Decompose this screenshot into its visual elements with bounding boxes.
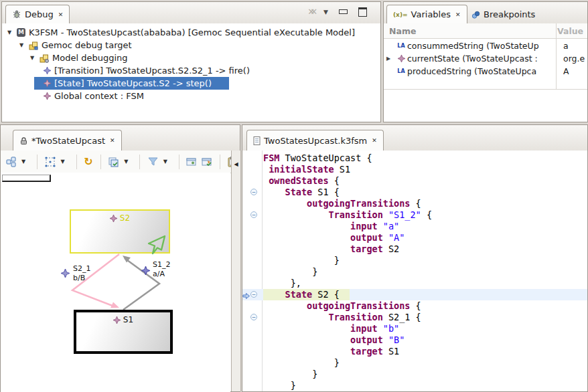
editor-tabstrip: TwoStatesUpcast.k3fsm ✕ — [242, 125, 587, 151]
variable-row[interactable]: ▶currentState (TwoStateUpcast :org.e — [384, 52, 587, 65]
code-line[interactable]: target S1 — [242, 346, 587, 357]
state-diamond-icon — [110, 215, 117, 222]
layers-icon[interactable] — [108, 155, 119, 169]
state-diamond-icon — [44, 80, 51, 87]
debug-tree-row[interactable]: [Transition] TwoStateUpcast.S2.S2_1 -> f… — [2, 64, 380, 77]
diagram-canvas[interactable]: S2 S1 S2_1 b/B — [1, 173, 230, 392]
variable-name: currentState (TwoStateUpcast : — [407, 54, 554, 64]
debug-tree-area: ▼MK3FSM - TwoStatesUpcast(abababa) [Gemo… — [2, 23, 380, 122]
close-icon[interactable]: ✕ — [454, 11, 461, 18]
dropdown-icon[interactable]: ▼ — [61, 155, 69, 169]
string-variable-icon: LA — [395, 67, 407, 76]
dropdown-icon[interactable]: ▼ — [21, 155, 29, 169]
code-line[interactable]: − State S1 { — [242, 187, 587, 198]
remove-all-terminated-icon[interactable]: ✕✕ — [307, 7, 313, 17]
expander-icon[interactable]: ▶ — [386, 56, 395, 62]
tab-k3fsm-file[interactable]: TwoStatesUpcast.k3fsm ✕ — [246, 130, 384, 151]
code-line[interactable]: − Transition "S1_2" { — [242, 209, 587, 221]
debug-tree-row[interactable]: ▼Gemoc debug target — [2, 39, 380, 52]
tab-k3fsm-label: TwoStatesUpcast.k3fsm — [264, 136, 367, 146]
debug-tree-row[interactable]: ▼MK3FSM - TwoStatesUpcast(abababa) [Gemo… — [2, 26, 380, 39]
code-line[interactable]: outgoingTransitions { — [242, 300, 587, 312]
tab-diagram[interactable]: *TwoStateUpcast ✕ — [13, 130, 122, 151]
export-image-icon[interactable] — [186, 155, 197, 169]
variables-tabstrip: (x)= Variables ✕ Breakpoints — [384, 2, 587, 24]
code-line[interactable]: outgoingTransitions { — [242, 198, 587, 209]
dropdown-icon[interactable]: ▼ — [163, 155, 171, 169]
debug-tree-row[interactable]: ▼Model debugging — [2, 52, 380, 64]
close-icon[interactable]: ✕ — [108, 137, 115, 144]
tab-breakpoints-label: Breakpoints — [484, 9, 535, 19]
code-line-current[interactable]: − State S2 { — [242, 289, 587, 300]
dropdown-icon[interactable]: ▼ — [124, 155, 132, 169]
code-line[interactable]: − Transition S2_1 { — [242, 312, 587, 323]
code-line[interactable]: } — [242, 380, 587, 391]
state-node-s1[interactable]: S1 — [74, 310, 173, 354]
fold-collapse-icon[interactable]: − — [250, 211, 257, 218]
code-line[interactable]: FSM TwoStateUpcast { — [242, 153, 587, 164]
state-node-s2[interactable]: S2 — [70, 209, 170, 254]
code-line[interactable]: output "A" — [242, 232, 587, 243]
debug-tree-row[interactable]: [State] TwoStateUpcast.S2 -> step() — [2, 77, 380, 90]
expander-icon[interactable]: ▼ — [7, 29, 17, 35]
code-line[interactable]: initialState S1 — [242, 164, 587, 175]
view-menu-icon[interactable]: ▼ — [323, 9, 328, 15]
table-separator — [384, 89, 587, 90]
close-icon[interactable]: ✕ — [370, 137, 377, 144]
code-line[interactable]: output "B" — [242, 334, 587, 346]
code-line[interactable]: ownedStates { — [242, 175, 587, 187]
debug-tree-label: [State] TwoStateUpcast.S2 -> step() — [54, 77, 212, 90]
code-line[interactable]: } — [242, 357, 587, 369]
minimize-icon[interactable] — [339, 9, 348, 14]
variable-row[interactable]: LAproducedString (TwoStateUpcaA — [384, 65, 587, 78]
debug-tree-row[interactable]: Global context : FSM — [2, 90, 380, 102]
expander-icon[interactable]: ▼ — [30, 55, 40, 61]
refresh-icon[interactable]: ↻ — [84, 155, 92, 169]
edge-label-s1-2[interactable]: S1_2 a/A — [153, 260, 170, 279]
code-line[interactable]: } — [242, 255, 587, 266]
code-line[interactable]: input "a" — [242, 221, 587, 232]
code-line[interactable]: }, — [242, 278, 587, 289]
tab-debug[interactable]: Debug ✕ — [5, 5, 70, 24]
export-editor-icon[interactable] — [202, 155, 212, 169]
code-line[interactable]: } — [242, 369, 587, 380]
code-line[interactable]: target S2 — [242, 243, 587, 255]
state-diamond-icon — [113, 316, 121, 324]
state-s2-label: S2 — [120, 213, 130, 223]
diagram-tabstrip: *TwoStateUpcast ✕ — [1, 125, 240, 151]
close-icon[interactable]: ✕ — [57, 11, 64, 18]
tab-breakpoints[interactable]: Breakpoints — [465, 5, 541, 24]
fold-collapse-icon[interactable]: − — [250, 189, 257, 195]
file-icon — [253, 136, 261, 145]
variables-header: Name Value — [384, 23, 587, 39]
variable-value: org.e — [563, 54, 587, 64]
filters-icon[interactable] — [147, 155, 159, 169]
debug-tree-label: Gemoc debug target — [42, 39, 132, 52]
fold-collapse-icon[interactable]: − — [250, 314, 257, 320]
expander-icon[interactable]: ▼ — [19, 42, 29, 48]
variable-row[interactable]: LAconsummedString (TwoStateUpa — [384, 39, 587, 52]
tab-variables[interactable]: (x)= Variables ✕ — [386, 5, 467, 24]
collapse-left-icon[interactable]: ◀ — [232, 159, 240, 169]
column-name[interactable]: Name — [389, 26, 557, 36]
transition-diamond-icon — [61, 269, 70, 278]
tab-variables-label: Variables — [411, 9, 451, 19]
code-line[interactable]: input "b" — [242, 323, 587, 334]
code-line[interactable]: } — [242, 266, 587, 278]
arrange-icon[interactable] — [6, 155, 17, 169]
variable-name: consummedString (TwoStateUp — [407, 41, 554, 51]
fold-collapse-icon[interactable]: − — [250, 291, 257, 298]
edge-label-s2-1[interactable]: S2_1 b/B — [73, 264, 90, 283]
column-value[interactable]: Value — [557, 26, 583, 36]
maximize-icon[interactable] — [358, 7, 367, 17]
code-area[interactable]: FSM TwoStateUpcast { initialState S1 own… — [242, 151, 587, 391]
animation-cursor-icon — [147, 235, 167, 255]
breakpoints-icon — [471, 11, 480, 19]
align-icon[interactable] — [45, 155, 56, 169]
transition-edges — [1, 173, 230, 392]
toolbar-separator — [100, 155, 101, 169]
splitter-handle[interactable]: ◀ — [231, 151, 241, 391]
variables-table: Name Value LAconsummedString (TwoStateUp… — [384, 23, 587, 122]
variable-value: A — [563, 66, 587, 76]
variables-icon: (x)= — [393, 11, 408, 18]
